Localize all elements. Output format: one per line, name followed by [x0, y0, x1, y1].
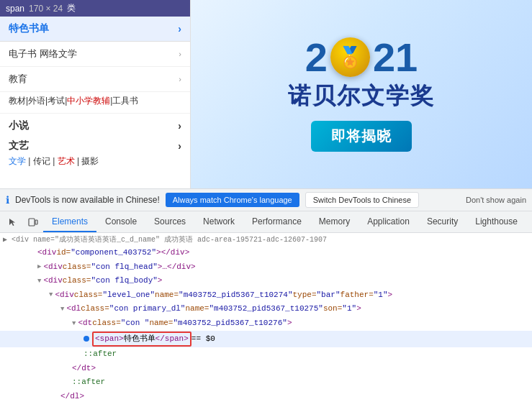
code-text: <div [43, 275, 62, 288]
banner-area: 2 🏅 21 诺贝尔文学奖 即将揭晓 [191, 0, 532, 188]
code-text: 特色书单 [124, 334, 155, 343]
code-line-5: ▼ <dl class="con primary_dl" name="m4037… [0, 302, 532, 316]
code-text: class= [63, 261, 91, 274]
code-text: "m403752_pid5367_t10275" [209, 303, 323, 316]
code-text: "level_one" [102, 289, 155, 302]
code-text: "1" [374, 289, 388, 302]
tooltip-element-tag: span [6, 4, 24, 14]
tab-network[interactable]: Network [194, 211, 243, 232]
sidebar-item-arts[interactable]: 文艺 › [0, 134, 190, 154]
sidebar-link-literature[interactable]: 文学 [9, 156, 26, 166]
code-line-2: ▶ <div class="con flq_head">…</div> [0, 260, 532, 275]
sidebar-link-art[interactable]: 艺术 [58, 156, 75, 166]
svg-rect-1 [35, 220, 37, 224]
expand-triangle[interactable]: ▼ [72, 319, 76, 329]
sidebar-item-ebooks[interactable]: 电子书 网络文学 › [0, 42, 190, 67]
sidebar-link-photo[interactable]: 摄影 [81, 156, 99, 166]
code-text: <dt [78, 317, 92, 330]
code-text: "m403752_pid5367_t10274" [179, 289, 292, 302]
code-text: > [388, 289, 393, 302]
tab-memory[interactable]: Memory [310, 211, 359, 232]
code-text: <div [55, 405, 73, 407]
code-line-3: ▼ <div class="con flq_body"> [0, 274, 532, 288]
highlighted-span-tag: <span>特色书单</span> [92, 331, 191, 347]
website-area: span 170 × 24 类 特色书单 › 电子书 网络文学 › 教育 › 教… [0, 0, 532, 188]
code-line-dt-close: </dt> [0, 362, 532, 376]
chevron-right-icon: › [179, 50, 181, 58]
match-language-button[interactable]: Always match Chrome's language [166, 193, 299, 207]
code-text: class= [74, 405, 103, 407]
tab-application[interactable]: Application [359, 211, 418, 232]
info-icon: ℹ [6, 194, 9, 206]
code-text: class= [63, 275, 91, 288]
tab-elements[interactable]: Elements [43, 211, 96, 232]
code-text: > [356, 303, 361, 316]
code-text: "m403752_pid5367_t10278" [155, 405, 269, 407]
code-line-4: ▼ <div class="level_one" name="m403752_p… [0, 288, 532, 303]
code-text: "con flq_body" [91, 275, 157, 288]
tab-lighthouse[interactable]: Lighthouse [466, 211, 526, 232]
selected-indicator [84, 336, 89, 342]
tab-security[interactable]: Security [418, 211, 466, 232]
tab-performance[interactable]: Performance [243, 211, 310, 232]
chevron-right-icon: › [178, 23, 181, 35]
code-text: id= [56, 247, 71, 260]
sidebar-item-label: 文艺 [9, 140, 29, 152]
code-text: > [158, 275, 163, 288]
tab-sources[interactable]: Sources [145, 211, 194, 232]
devtools-content-area: ▶ <div name="成功英语英语英语_c_d_name" 成功英语 adc… [0, 233, 532, 407]
code-pseudo: ::after [72, 376, 105, 389]
sidebar-item-novel[interactable]: 小说 › [0, 114, 190, 134]
sidebar-sub-text2: |工具书 [110, 96, 138, 106]
code-text: name= [149, 317, 173, 330]
code-text: >…</div> [269, 405, 307, 407]
sidebar: span 170 × 24 类 特色书单 › 电子书 网络文学 › 教育 › 教… [0, 0, 191, 188]
sidebar-link-bio[interactable]: 传记 [33, 156, 50, 166]
sidebar-sub-arts: 文学 | 传记 | 艺术 | 摄影 [0, 154, 190, 173]
device-toggle-btn[interactable] [23, 211, 43, 232]
sidebar-sep: | [28, 156, 30, 166]
code-text: <span> [95, 334, 124, 343]
expand-triangle[interactable]: ▼ [37, 276, 41, 286]
code-text: ></div> [156, 247, 189, 260]
year-prefix: 2 [305, 37, 328, 78]
expand-triangle[interactable]: ▼ [60, 304, 64, 314]
devtools-notification-bar: ℹ DevTools is now available in Chinese! … [0, 188, 532, 211]
banner-subtitle: 即将揭晓 [311, 121, 412, 152]
code-text: class= [81, 303, 109, 316]
tab-console[interactable]: Console [96, 211, 145, 232]
code-text: "con flq_head" [91, 261, 157, 274]
sidebar-sep2: | [53, 156, 55, 166]
tooltip-size: 170 × 24 [29, 4, 63, 14]
code-text: <div [37, 247, 56, 260]
code-text: <dl [66, 303, 81, 316]
sidebar-item-education[interactable]: 教育 › [0, 67, 190, 92]
expand-triangle[interactable]: ▼ [49, 290, 53, 300]
code-text: son= [323, 303, 342, 316]
sidebar-item-label: 电子书 网络文学 [9, 47, 77, 60]
devtools-tab-bar: Elements Console Sources Network Perform… [0, 211, 532, 233]
code-text: class= [92, 317, 121, 330]
sidebar-sub-red: 中小学教辅 [67, 96, 110, 106]
switch-to-chinese-button[interactable]: Switch DevTools to Chinese [305, 192, 419, 208]
code-text: "con " [121, 317, 150, 330]
chevron-right-icon: › [179, 75, 181, 83]
svg-rect-0 [29, 219, 35, 226]
code-text: name= [131, 405, 155, 407]
selected-code-line[interactable]: <span>特色书单</span> == $0 [0, 331, 532, 348]
dont-show-again-button[interactable]: Don't show again [466, 196, 526, 204]
code-text: "1" [342, 303, 356, 316]
banner-title: 诺贝尔文学奖 [288, 81, 435, 112]
collapse-triangle[interactable]: ▶ [37, 262, 41, 272]
code-text: <div [55, 289, 73, 302]
code-text: "bar" [317, 289, 341, 302]
code-line-div-collapsed: ▶ <div class="con " name="m403752_pid536… [0, 404, 532, 407]
chevron-right-icon: › [178, 120, 181, 132]
code-text: </dt> [72, 362, 96, 375]
code-text: "con " [102, 405, 131, 407]
code-text: father= [341, 289, 374, 302]
cursor-icon-btn[interactable] [3, 211, 23, 232]
sidebar-active-item[interactable]: 特色书单 › [0, 17, 190, 42]
code-line-after1: ::after [0, 347, 532, 362]
sidebar-sub-text: 教材|外语|考试| [9, 96, 67, 106]
